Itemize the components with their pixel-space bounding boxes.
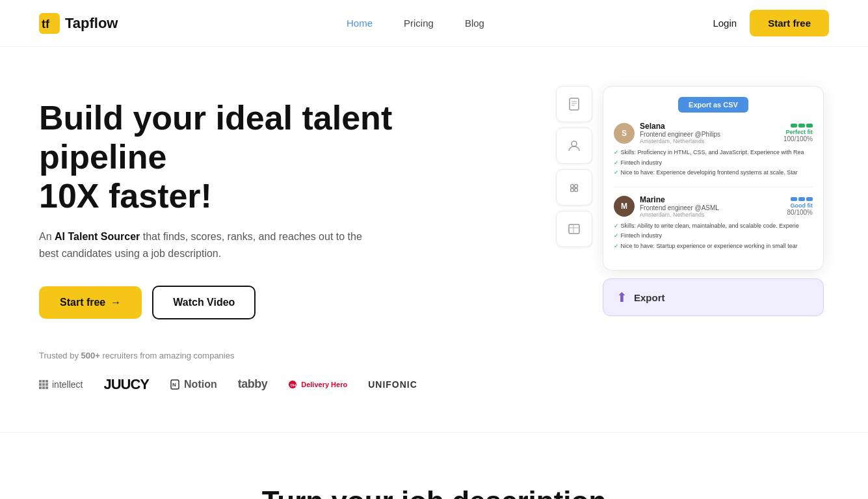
nav-start-free-button[interactable]: Start free: [750, 10, 829, 36]
svg-rect-15: [570, 98, 579, 110]
bottom-title: Turn your job description into a dream h…: [39, 485, 829, 499]
svg-rect-8: [39, 386, 42, 389]
sidebar-icon-table[interactable]: [556, 211, 592, 247]
start-free-button[interactable]: Start free →: [39, 286, 142, 319]
watch-video-button[interactable]: Watch Video: [152, 286, 256, 319]
apps-icon: [567, 180, 581, 195]
table-icon: [567, 222, 581, 236]
intellect-icon: [39, 380, 48, 389]
svg-point-19: [572, 141, 577, 146]
logo[interactable]: tf Tapflow: [39, 13, 118, 34]
svg-rect-3: [42, 380, 45, 383]
logo-unifonic: UNIFONIC: [368, 379, 417, 390]
sidebar-icons: [556, 86, 592, 247]
sidebar-icon-apps[interactable]: [556, 169, 592, 206]
svg-rect-5: [39, 383, 42, 386]
svg-rect-24: [569, 224, 579, 234]
nav-actions: Login Start free: [713, 10, 829, 36]
candidate-name-marine: Marine: [640, 195, 782, 204]
candidate-skills-selana: Skills: Proficiency in HTML, CSS, and Ja…: [614, 148, 813, 178]
svg-rect-9: [42, 386, 45, 389]
sidebar-icon-person[interactable]: [556, 128, 592, 164]
notion-icon: N: [170, 379, 180, 390]
nav-pricing[interactable]: Pricing: [404, 18, 434, 29]
svg-rect-6: [42, 383, 45, 386]
svg-text:tf: tf: [42, 18, 50, 31]
nav-blog[interactable]: Blog: [465, 18, 484, 29]
svg-point-23: [575, 189, 578, 192]
svg-point-20: [571, 185, 574, 188]
nav-home[interactable]: Home: [347, 18, 373, 29]
svg-point-21: [575, 185, 578, 188]
document-icon: [567, 97, 581, 111]
svg-rect-4: [46, 380, 48, 383]
nav-links: Home Pricing Blog: [347, 18, 484, 29]
navbar: tf Tapflow Home Pricing Blog Login Start…: [0, 0, 868, 47]
hero-subtitle: An AI Talent Sourcer that finds, scores,…: [39, 228, 377, 262]
candidate-location-selana: Amsterdam, Netherlands: [640, 138, 778, 144]
candidate-score-marine: Good fit 80/100%: [787, 197, 813, 216]
logo-delivery-hero: DH Delivery Hero: [288, 380, 347, 389]
hero-buttons: Start free → Watch Video: [39, 286, 429, 319]
candidate-card-marine: M Marine Frontend engineer @ASML Amsterd…: [614, 195, 813, 260]
candidate-role-selana: Frontend engineer @Philips: [640, 131, 778, 138]
delivery-icon: DH: [288, 380, 297, 389]
svg-text:N: N: [172, 382, 176, 388]
export-label: Export: [634, 292, 665, 303]
svg-rect-7: [46, 383, 48, 386]
logo-icon: tf: [39, 13, 60, 34]
company-logos: intellect JUUCY N Notion tabby DH Delive…: [39, 376, 429, 393]
export-panel[interactable]: ⬆ Export: [603, 278, 824, 316]
logo-juucy: JUUCY: [103, 376, 149, 393]
candidate-card-selana: S Selana Frontend engineer @Philips Amst…: [614, 122, 813, 187]
logo-notion: N Notion: [170, 379, 217, 390]
login-button[interactable]: Login: [713, 18, 737, 29]
avatar-marine: M: [614, 196, 635, 217]
hero-title: Build your ideal talent pipeline 10X fas…: [39, 99, 429, 215]
export-icon: ⬆: [616, 290, 627, 305]
svg-point-22: [571, 189, 574, 192]
logo-text: Tapflow: [65, 15, 118, 32]
bottom-section: Turn your job description into a dream h…: [0, 432, 868, 499]
candidate-score-selana: Perfect fit 100/100%: [783, 124, 813, 142]
logo-tabby: tabby: [238, 377, 268, 391]
logo-intellect: intellect: [39, 379, 83, 390]
candidate-role-marine: Frontend engineer @ASML: [640, 204, 782, 211]
hero-section: Build your ideal talent pipeline 10X fas…: [0, 47, 868, 432]
person-icon: [567, 139, 581, 153]
candidate-name-selana: Selana: [640, 122, 778, 131]
svg-rect-2: [39, 380, 42, 383]
hero-mockup: Export as CSV S Selana Frontend engineer…: [556, 86, 829, 316]
candidate-panel: Export as CSV S Selana Frontend engineer…: [603, 86, 824, 271]
candidate-skills-marine: Skills: Ability to write clean, maintain…: [614, 222, 813, 251]
hero-title-line2: 10X faster!: [39, 177, 212, 215]
export-csv-button[interactable]: Export as CSV: [678, 97, 748, 113]
candidate-location-marine: Amsterdam, Netherlands: [640, 211, 782, 218]
svg-text:DH: DH: [291, 383, 296, 387]
avatar-selana: S: [614, 123, 635, 144]
hero-content: Build your ideal talent pipeline 10X fas…: [39, 99, 429, 393]
sidebar-icon-doc[interactable]: [556, 86, 592, 122]
trusted-text: Trusted by 500+ recruiters from amazing …: [39, 351, 429, 360]
svg-rect-10: [46, 386, 48, 389]
